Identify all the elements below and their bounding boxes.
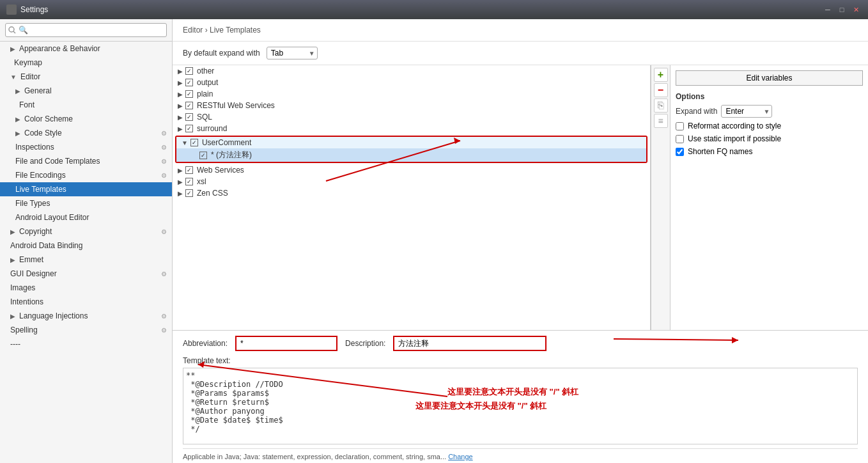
checkbox-sql[interactable] xyxy=(185,113,193,121)
sidebar-item-file-types[interactable]: File Types xyxy=(0,196,172,210)
sidebar-item-label: Emmet xyxy=(19,255,43,264)
checkbox-output[interactable] xyxy=(185,79,193,86)
expand-arrow-icon[interactable]: ▶ xyxy=(178,167,183,174)
expand-arrow-icon[interactable]: ▼ xyxy=(182,139,188,146)
add-button[interactable]: + xyxy=(654,68,668,82)
list-item-restful[interactable]: ▶ RESTful Web Services xyxy=(173,100,650,111)
group-label: plain xyxy=(197,90,213,98)
expand-arrow-icon[interactable]: ▶ xyxy=(178,79,183,86)
checkbox-web-services[interactable] xyxy=(185,166,193,174)
window-title: Settings xyxy=(20,5,48,14)
move-button[interactable]: ≡ xyxy=(654,114,668,128)
sidebar-item-label: General xyxy=(24,86,52,95)
sidebar-item-label: ---- xyxy=(10,340,20,349)
sidebar-item-font[interactable]: Font xyxy=(0,98,172,112)
expand-arrow-icon[interactable]: ▶ xyxy=(178,102,183,109)
copy-button[interactable]: ⎘ xyxy=(654,98,668,113)
abbreviation-input[interactable] xyxy=(235,336,337,351)
checkbox-xsl[interactable] xyxy=(185,178,193,185)
expand-with-label: Expand with xyxy=(676,107,717,116)
sidebar-item-code-style[interactable]: ▶ Code Style ⚙ xyxy=(0,126,172,140)
remove-button[interactable]: − xyxy=(654,83,668,97)
sidebar-item-inspections[interactable]: Inspections ⚙ xyxy=(0,140,172,154)
sidebar-item-gui-designer[interactable]: GUI Designer ⚙ xyxy=(0,267,172,281)
sidebar-item-label: Appearance & Behavior xyxy=(19,44,100,53)
sidebar-item-dashes: ---- xyxy=(0,337,172,351)
maximize-button[interactable]: □ xyxy=(836,4,848,15)
sidebar-item-label: Live Templates xyxy=(15,185,66,194)
list-item-web-services[interactable]: ▶ Web Services xyxy=(173,164,650,176)
sidebar-item-label: Code Style xyxy=(24,129,62,137)
checkbox-surround[interactable] xyxy=(185,125,193,132)
arrow-icon: ▶ xyxy=(10,256,15,263)
list-item-method-comment[interactable]: * (方法注释) xyxy=(176,148,646,162)
applicable-text: Applicable in Java; Java: statement, exp… xyxy=(183,453,446,460)
template-text-area[interactable]: ** *@Description //TODO *@Params $params… xyxy=(183,368,858,444)
sidebar-item-appearance[interactable]: ▶ Appearance & Behavior xyxy=(0,42,172,56)
checkbox-plain[interactable] xyxy=(185,90,193,98)
expand-select[interactable]: Tab Enter Space xyxy=(267,47,318,59)
static-import-row: Use static import if possible xyxy=(676,134,863,143)
sidebar-item-android-layout[interactable]: Android Layout Editor xyxy=(0,210,172,224)
settings-icon: ⚙ xyxy=(161,228,167,235)
checkbox-usercomment[interactable] xyxy=(190,139,198,146)
sidebar-item-emmet[interactable]: ▶ Emmet xyxy=(0,253,172,267)
sidebar-item-file-code-templates[interactable]: File and Code Templates ⚙ xyxy=(0,154,172,168)
expand-arrow-icon[interactable]: ▶ xyxy=(178,178,183,185)
sidebar-item-color-scheme[interactable]: ▶ Color Scheme xyxy=(0,112,172,126)
minimize-button[interactable]: ─ xyxy=(822,4,833,15)
options-expand-select[interactable]: Enter Tab Space xyxy=(721,105,772,118)
sidebar-item-keymap[interactable]: Keymap xyxy=(0,56,172,70)
static-import-checkbox[interactable] xyxy=(676,135,684,143)
sidebar-item-editor[interactable]: ▼ Editor xyxy=(0,70,172,84)
user-comment-group: ▼ UserComment * (方法注释) xyxy=(175,136,647,163)
arrow-icon: ▶ xyxy=(15,116,20,123)
expand-arrow-icon[interactable]: ▶ xyxy=(178,190,183,197)
search-box[interactable] xyxy=(0,19,172,42)
options-expand-select-wrapper[interactable]: Enter Tab Space ▼ xyxy=(721,105,772,118)
sidebar-item-language-injections[interactable]: ▶ Language Injections ⚙ xyxy=(0,309,172,323)
arrow-icon: ▼ xyxy=(10,74,17,81)
sidebar-item-intentions[interactable]: Intentions xyxy=(0,295,172,309)
arrow-icon: ▶ xyxy=(15,88,20,95)
expand-select-wrapper[interactable]: Tab Enter Space ▼ xyxy=(267,47,318,59)
template-list: ▶ other ▶ output ▶ xyxy=(173,65,651,330)
edit-variables-button[interactable]: Edit variables xyxy=(676,70,863,86)
sidebar-item-general[interactable]: ▶ General xyxy=(0,84,172,98)
list-item-zen-css[interactable]: ▶ Zen CSS xyxy=(173,187,650,199)
list-item-usercomment[interactable]: ▼ UserComment xyxy=(176,137,646,148)
sidebar-item-spelling[interactable]: Spelling ⚙ xyxy=(0,323,172,337)
close-button[interactable]: ✕ xyxy=(850,4,862,15)
sidebar-item-images[interactable]: Images xyxy=(0,281,172,295)
checkbox-zen-css[interactable] xyxy=(185,189,193,197)
sidebar-item-file-encodings[interactable]: File Encodings ⚙ xyxy=(0,168,172,182)
description-label: Description: xyxy=(345,339,385,348)
arrow-icon: ▶ xyxy=(10,228,15,235)
list-toolbar: + − ⎘ ≡ xyxy=(651,65,670,330)
expand-arrow-icon[interactable]: ▶ xyxy=(178,91,183,98)
sidebar-item-label: Font xyxy=(19,100,35,109)
change-link[interactable]: Change xyxy=(448,453,473,460)
expand-arrow-icon[interactable]: ▶ xyxy=(178,68,183,75)
list-item-xsl[interactable]: ▶ xsl xyxy=(173,176,650,187)
search-input[interactable] xyxy=(5,23,167,37)
options-title: Options xyxy=(676,92,863,101)
list-item-surround[interactable]: ▶ surround xyxy=(173,123,650,134)
list-item-output[interactable]: ▶ output xyxy=(173,77,650,88)
list-item-sql[interactable]: ▶ SQL xyxy=(173,111,650,123)
expand-arrow-icon[interactable]: ▶ xyxy=(178,125,183,132)
checkbox-other[interactable] xyxy=(185,67,193,75)
checkbox-method-comment[interactable] xyxy=(199,152,207,159)
group-label: surround xyxy=(197,124,227,133)
description-input[interactable] xyxy=(393,336,546,351)
reformat-checkbox[interactable] xyxy=(676,122,684,130)
sidebar-item-android-data[interactable]: Android Data Binding xyxy=(0,239,172,253)
list-item-plain[interactable]: ▶ plain xyxy=(173,88,650,100)
expand-arrow-icon[interactable]: ▶ xyxy=(178,114,183,121)
group-label: RESTful Web Services xyxy=(197,101,275,110)
sidebar-item-copyright[interactable]: ▶ Copyright ⚙ xyxy=(0,224,172,239)
list-item-other[interactable]: ▶ other xyxy=(173,65,650,77)
checkbox-restful[interactable] xyxy=(185,102,193,109)
shorten-fq-checkbox[interactable] xyxy=(676,148,684,156)
sidebar-item-live-templates[interactable]: Live Templates xyxy=(0,182,172,196)
